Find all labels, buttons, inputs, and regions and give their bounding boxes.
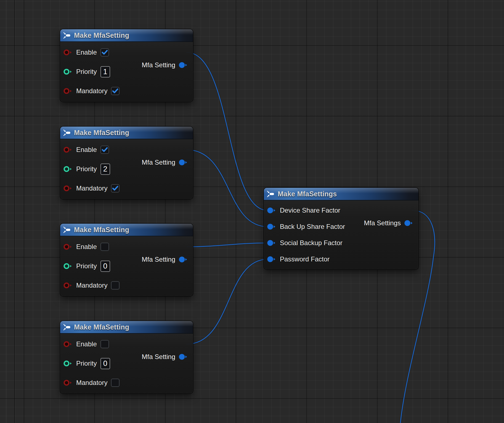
priority-input[interactable]: 1 [100, 66, 110, 77]
priority-value: 1 [103, 68, 107, 76]
output-label: Mfa Setting [142, 256, 175, 263]
enable-checkbox[interactable] [100, 146, 109, 154]
pin-row-social-backup-factor: Social Backup Factor [267, 236, 418, 250]
output-label: Mfa Setting [142, 353, 175, 361]
node-make-mfasetting-2[interactable]: Make MfaSetting Enable Priority 2 Mandat… [60, 127, 193, 199]
pin-label: Mandatory [76, 184, 107, 192]
check-icon [101, 146, 108, 153]
pin-row-mandatory: Mandatory [63, 376, 193, 389]
wire-mfasetting4-to-password-factor[interactable] [187, 259, 268, 344]
struct-output-pin-icon[interactable] [179, 256, 188, 263]
output-label: Mfa Setting [142, 159, 175, 166]
pin-label: Mandatory [76, 87, 107, 95]
node-title: Make MfaSetting [74, 31, 129, 39]
pin-row-enable: Enable [63, 338, 193, 351]
struct-pin-icon[interactable] [267, 223, 276, 230]
bool-pin-icon[interactable] [63, 243, 73, 250]
wire-mfasetting3-to-social-backup-factor[interactable] [187, 243, 268, 247]
node-header[interactable]: Make MfaSetting [60, 224, 193, 236]
check-icon [112, 87, 119, 95]
make-struct-icon [63, 226, 71, 233]
bool-pin-icon[interactable] [63, 87, 73, 95]
bool-pin-icon[interactable] [63, 282, 73, 289]
bool-pin-icon[interactable] [63, 185, 73, 192]
mandatory-checkbox[interactable] [111, 379, 120, 387]
int-pin-icon[interactable] [63, 68, 73, 75]
make-struct-icon [63, 129, 71, 136]
node-make-mfasettings[interactable]: Make MfaSettings Device Share Factor Bac… [264, 188, 418, 269]
pin-label: Password Factor [280, 255, 330, 263]
output-label: Mfa Setting [142, 61, 175, 69]
bool-pin-icon[interactable] [63, 379, 73, 386]
pin-label: Priority [76, 165, 97, 173]
pin-row-mandatory: Mandatory [63, 182, 193, 195]
node-make-mfasetting-3[interactable]: Make MfaSetting Enable Priority 0 Mandat… [60, 224, 193, 296]
struct-output-pin-icon[interactable] [404, 219, 413, 227]
pin-label: Back Up Share Factor [280, 223, 345, 231]
pin-row-enable: Enable [63, 143, 193, 156]
output-row: Mfa Settings [364, 216, 413, 230]
output-row: Mfa Setting [142, 253, 188, 266]
int-pin-icon[interactable] [63, 263, 73, 270]
priority-value: 0 [103, 359, 107, 368]
output-row: Mfa Setting [142, 156, 188, 169]
pin-row-mandatory: Mandatory [63, 279, 193, 292]
bool-pin-icon[interactable] [63, 146, 73, 153]
pin-label: Device Share Factor [280, 207, 340, 214]
node-header[interactable]: Make MfaSetting [60, 127, 193, 139]
pin-label: Priority [76, 360, 97, 367]
output-row: Mfa Setting [142, 350, 188, 363]
int-pin-icon[interactable] [63, 165, 73, 173]
pin-label: Enable [76, 49, 97, 56]
node-make-mfasetting-4[interactable]: Make MfaSetting Enable Priority 0 Mandat… [60, 321, 193, 393]
pin-label: Enable [76, 146, 97, 154]
node-title: Make MfaSetting [74, 323, 129, 331]
node-title: Make MfaSettings [278, 190, 337, 198]
pin-label: Priority [76, 262, 97, 270]
pin-label: Enable [76, 340, 97, 348]
pin-label: Mandatory [76, 379, 107, 387]
struct-output-pin-icon[interactable] [179, 353, 188, 360]
struct-pin-icon[interactable] [267, 207, 276, 214]
make-struct-icon [63, 324, 71, 331]
node-header[interactable]: Make MfaSettings [264, 188, 418, 200]
enable-checkbox[interactable] [100, 340, 109, 348]
mandatory-checkbox[interactable] [111, 184, 120, 192]
blueprint-graph-canvas[interactable]: Make MfaSetting Enable Priority 1 Mandat… [0, 0, 504, 423]
mandatory-checkbox[interactable] [111, 281, 120, 290]
priority-input[interactable]: 0 [100, 261, 110, 272]
make-struct-icon [267, 191, 275, 197]
check-icon [101, 49, 108, 56]
node-make-mfasetting-1[interactable]: Make MfaSetting Enable Priority 1 Mandat… [60, 29, 193, 102]
enable-checkbox[interactable] [100, 48, 109, 57]
output-label: Mfa Settings [364, 219, 401, 227]
enable-checkbox[interactable] [100, 243, 109, 251]
struct-output-pin-icon[interactable] [179, 159, 188, 166]
struct-output-pin-icon[interactable] [179, 61, 188, 69]
pin-label: Priority [76, 68, 97, 76]
node-header[interactable]: Make MfaSetting [60, 29, 193, 42]
pin-label: Social Backup Factor [280, 239, 343, 247]
pin-row-device-share-factor: Device Share Factor [267, 204, 418, 217]
struct-pin-icon[interactable] [267, 239, 276, 247]
node-title: Make MfaSetting [74, 226, 129, 234]
mandatory-checkbox[interactable] [111, 87, 120, 95]
pin-row-password-factor: Password Factor [267, 253, 418, 266]
output-row: Mfa Setting [142, 58, 188, 72]
wire-mfasetting2-to-backup-share-factor[interactable] [187, 150, 268, 227]
make-struct-icon [63, 32, 71, 39]
bool-pin-icon[interactable] [63, 341, 73, 348]
pin-label: Enable [76, 243, 97, 251]
node-title: Make MfaSetting [74, 129, 129, 137]
node-header[interactable]: Make MfaSetting [60, 321, 193, 334]
pin-label: Mandatory [76, 282, 107, 289]
priority-input[interactable]: 0 [100, 358, 110, 369]
pin-row-enable: Enable [63, 46, 193, 59]
pin-row-enable: Enable [63, 240, 193, 253]
int-pin-icon[interactable] [63, 360, 73, 367]
struct-pin-icon[interactable] [267, 256, 276, 263]
priority-value: 0 [103, 262, 107, 271]
bool-pin-icon[interactable] [63, 49, 73, 56]
priority-value: 2 [103, 165, 107, 173]
priority-input[interactable]: 2 [100, 164, 110, 175]
